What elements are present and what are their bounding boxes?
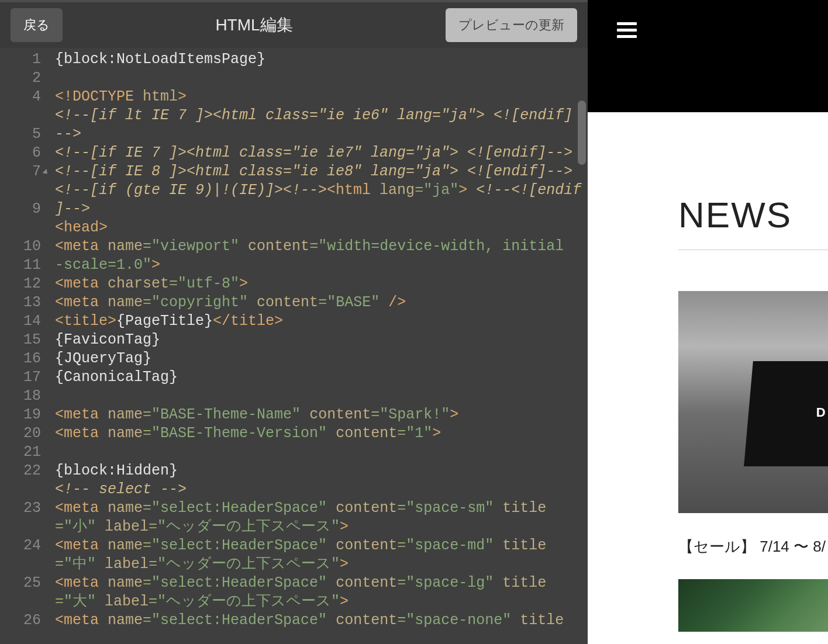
code-line[interactable]: <head>	[55, 219, 588, 237]
code-content[interactable]: {block:NotLoadItemsPage}<!DOCTYPE html><…	[47, 48, 588, 644]
code-line[interactable]	[55, 387, 588, 406]
back-button[interactable]: 戻る	[11, 8, 63, 42]
line-number	[0, 181, 41, 200]
code-line[interactable]: {FaviconTag}	[55, 331, 588, 349]
code-line[interactable]: ="大" label="ヘッダーの上下スペース">	[55, 593, 588, 611]
code-line[interactable]: {block:NotLoadItemsPage}	[55, 50, 588, 69]
editor-header: 戻る HTML編集 プレビューの更新	[0, 0, 588, 48]
code-line[interactable]: {JQueryTag}	[55, 349, 588, 368]
line-number	[0, 593, 41, 611]
line-number: 13	[0, 293, 41, 312]
line-number: 16	[0, 349, 41, 368]
line-number	[0, 518, 41, 536]
code-line[interactable]: ="中" label="ヘッダーの上下スペース">	[55, 555, 588, 574]
line-number: 18	[0, 387, 41, 406]
code-line[interactable]: ]-->	[55, 200, 588, 219]
line-number: 22	[0, 462, 41, 480]
line-number: 25	[0, 574, 41, 593]
line-number: 12	[0, 275, 41, 293]
code-line[interactable]: -scale=1.0">	[55, 256, 588, 275]
news-image-1[interactable]: DES	[678, 291, 828, 513]
line-number	[0, 219, 41, 237]
code-line[interactable]: <meta name="copyright" content="BASE" />	[55, 293, 588, 312]
line-number-gutter: 1245679101112131415161718192021222324252…	[0, 48, 47, 644]
code-line[interactable]: -->	[55, 125, 588, 144]
code-line[interactable]: {block:Hidden}	[55, 462, 588, 480]
line-number	[0, 106, 41, 125]
code-line[interactable]: <meta name="select:HeaderSpace" content=…	[55, 611, 588, 630]
line-number: 1	[0, 50, 41, 69]
news-divider	[678, 250, 828, 250]
code-line[interactable]: <!DOCTYPE html>	[55, 88, 588, 106]
line-number: 9	[0, 200, 41, 219]
bag-text: DES	[816, 405, 828, 420]
line-number	[0, 480, 41, 499]
code-line[interactable]	[55, 69, 588, 88]
code-line[interactable]: <!--[if IE 7 ]><html class="ie ie7" lang…	[55, 144, 588, 162]
editor-pane: 戻る HTML編集 プレビューの更新 124567910111213141516…	[0, 0, 588, 644]
news-heading: NEWS	[678, 194, 828, 236]
line-number: 6	[0, 144, 41, 162]
code-line[interactable]: <!--[if (gte IE 9)|!(IE)]><!--><html lan…	[55, 181, 588, 200]
line-number: 11	[0, 256, 41, 275]
page-title: HTML編集	[215, 14, 292, 36]
code-line[interactable]: <meta charset="utf-8">	[55, 275, 588, 293]
news-caption: 【セール】 7/14 〜 8/	[678, 536, 828, 557]
preview-body: NEWS DES 【セール】 7/14 〜 8/	[588, 112, 828, 644]
code-line[interactable]: {CanonicalTag}	[55, 368, 588, 387]
line-number: 14	[0, 312, 41, 331]
line-number: 21	[0, 443, 41, 462]
news-image-2[interactable]	[678, 579, 828, 632]
code-line[interactable]: <!-- select -->	[55, 480, 588, 499]
line-number: 23	[0, 499, 41, 518]
line-number: 19	[0, 406, 41, 424]
shopping-bag-graphic	[744, 361, 828, 466]
hamburger-icon[interactable]	[617, 19, 637, 41]
line-number: 7	[0, 162, 41, 181]
line-number: 10	[0, 237, 41, 256]
code-line[interactable]: <meta name="BASE-Theme-Name" content="Sp…	[55, 406, 588, 424]
line-number: 5	[0, 125, 41, 144]
line-number: 15	[0, 331, 41, 349]
code-editor[interactable]: 1245679101112131415161718192021222324252…	[0, 48, 588, 644]
code-line[interactable]: <meta name="select:HeaderSpace" content=…	[55, 574, 588, 593]
line-number: 26	[0, 611, 41, 630]
code-line[interactable]: <!--[if lt IE 7 ]><html class="ie ie6" l…	[55, 106, 588, 125]
line-number: 4	[0, 88, 41, 106]
preview-pane: NEWS DES 【セール】 7/14 〜 8/	[588, 0, 828, 644]
code-line[interactable]: <meta name="select:HeaderSpace" content=…	[55, 536, 588, 555]
line-number: 2	[0, 69, 41, 88]
code-line[interactable]: <meta name="BASE-Theme-Version" content=…	[55, 424, 588, 443]
code-line[interactable]: <meta name="viewport" content="width=dev…	[55, 237, 588, 256]
line-number: 17	[0, 368, 41, 387]
line-number	[0, 555, 41, 574]
preview-header	[588, 0, 828, 112]
code-line[interactable]	[55, 443, 588, 462]
code-line[interactable]: <title>{PageTitle}</title>	[55, 312, 588, 331]
code-line[interactable]: <!--[if IE 8 ]><html class="ie ie8" lang…	[55, 162, 588, 181]
code-line[interactable]: ="小" label="ヘッダーの上下スペース">	[55, 518, 588, 536]
scrollbar-thumb[interactable]	[578, 101, 586, 165]
code-line[interactable]: <meta name="select:HeaderSpace" content=…	[55, 499, 588, 518]
line-number: 24	[0, 536, 41, 555]
line-number: 20	[0, 424, 41, 443]
preview-update-button[interactable]: プレビューの更新	[446, 8, 577, 42]
